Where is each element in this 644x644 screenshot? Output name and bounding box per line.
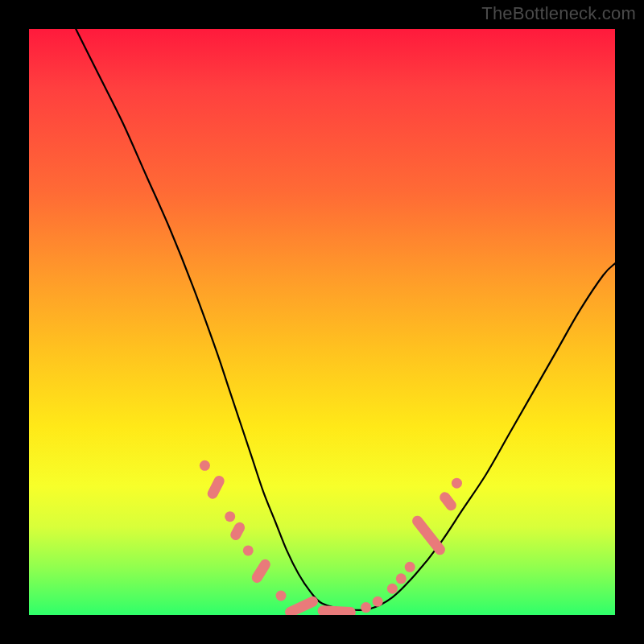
marker-dot bbox=[373, 597, 383, 607]
marker-dot bbox=[243, 545, 254, 555]
outer-frame: TheBottleneck.com bbox=[0, 0, 644, 644]
curve-line bbox=[76, 29, 615, 610]
marker-pill bbox=[410, 514, 447, 557]
marker-dot bbox=[396, 573, 407, 584]
marker-dot bbox=[361, 602, 371, 613]
marker-pill bbox=[317, 605, 356, 615]
marker-pill bbox=[438, 490, 459, 513]
curve-markers bbox=[200, 460, 462, 615]
plot-area bbox=[29, 29, 615, 615]
chart-svg bbox=[29, 29, 615, 615]
watermark-text: TheBottleneck.com bbox=[481, 3, 636, 24]
marker-dot bbox=[387, 584, 398, 594]
marker-dot bbox=[225, 511, 235, 522]
marker-dot bbox=[200, 460, 210, 471]
marker-pill bbox=[205, 474, 225, 501]
marker-pill bbox=[283, 595, 320, 615]
marker-dot bbox=[405, 562, 415, 572]
marker-pill bbox=[250, 557, 272, 584]
marker-pill bbox=[229, 521, 246, 543]
marker-dot bbox=[452, 478, 462, 489]
marker-dot bbox=[276, 590, 287, 601]
